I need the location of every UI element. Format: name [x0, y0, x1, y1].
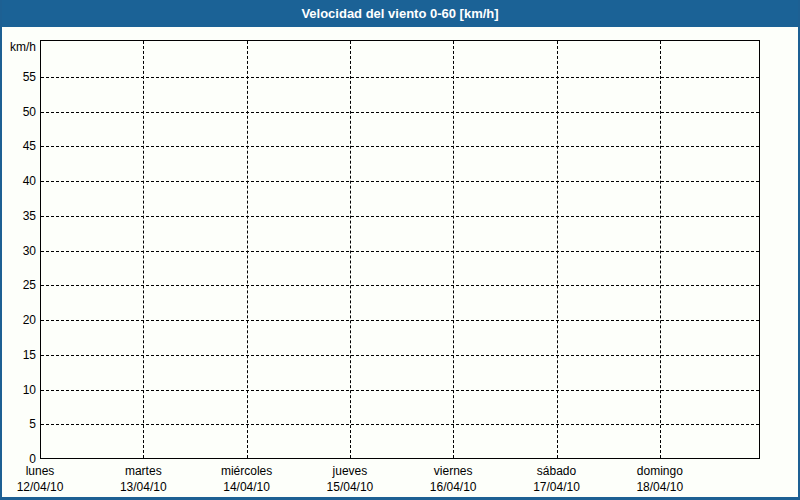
y-tick-label-5: 5 [2, 417, 36, 431]
x-date-label-domingo: 18/04/10 [610, 480, 710, 494]
y-tick-label-15: 15 [2, 348, 36, 362]
v-gridline-martes [143, 41, 144, 458]
x-date-label-lunes: 12/04/10 [0, 480, 90, 494]
y-tick-label-25: 25 [2, 278, 36, 292]
x-day-label-lunes: lunes [0, 464, 90, 478]
x-day-label-viernes: viernes [403, 464, 503, 478]
y-axis-unit-label: km/h [2, 40, 36, 54]
h-gridline-20 [41, 320, 759, 321]
y-tick-label-55: 55 [2, 70, 36, 84]
wind-speed-chart: km/h 0510152025303540455055 lunes12/04/1… [2, 0, 798, 497]
h-gridline-45 [41, 146, 759, 147]
x-date-label-martes: 13/04/10 [93, 480, 193, 494]
x-day-label-domingo: domingo [610, 464, 710, 478]
v-gridline-viernes [453, 41, 454, 458]
x-day-label-sábado: sábado [507, 464, 607, 478]
y-tick-label-20: 20 [2, 313, 36, 327]
x-date-label-miércoles: 14/04/10 [197, 480, 297, 494]
h-gridline-25 [41, 285, 759, 286]
h-gridline-10 [41, 390, 759, 391]
h-gridline-50 [41, 112, 759, 113]
x-day-label-martes: martes [93, 464, 193, 478]
h-gridline-35 [41, 216, 759, 217]
h-gridline-55 [41, 77, 759, 78]
h-gridline-30 [41, 251, 759, 252]
v-gridline-domingo [660, 41, 661, 458]
h-gridline-5 [41, 424, 759, 425]
x-date-label-viernes: 16/04/10 [403, 480, 503, 494]
v-gridline-miércoles [247, 41, 248, 458]
y-tick-label-40: 40 [2, 174, 36, 188]
h-gridline-15 [41, 355, 759, 356]
plot-area [40, 40, 760, 459]
chart-window: Velocidad del viento 0-60 [km/h] km/h 05… [0, 0, 800, 500]
y-tick-label-30: 30 [2, 244, 36, 258]
y-tick-label-10: 10 [2, 383, 36, 397]
y-tick-label-35: 35 [2, 209, 36, 223]
v-gridline-sábado [557, 41, 558, 458]
x-day-label-jueves: jueves [300, 464, 400, 478]
h-gridline-40 [41, 181, 759, 182]
x-date-label-sábado: 17/04/10 [507, 480, 607, 494]
y-tick-label-50: 50 [2, 105, 36, 119]
v-gridline-jueves [350, 41, 351, 458]
y-tick-label-45: 45 [2, 139, 36, 153]
x-day-label-miércoles: miércoles [197, 464, 297, 478]
x-date-label-jueves: 15/04/10 [300, 480, 400, 494]
